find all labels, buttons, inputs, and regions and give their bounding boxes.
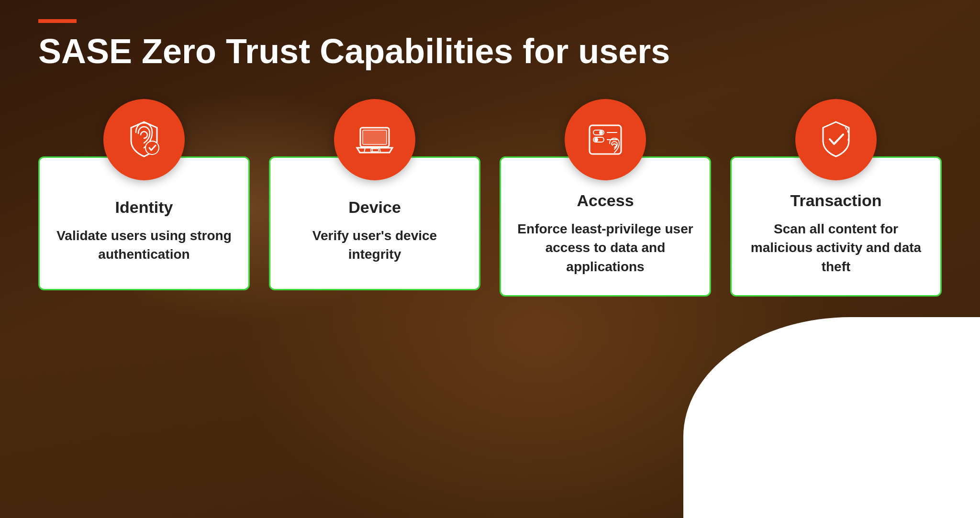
capability-identity: Identity Validate users using strong aut…	[38, 99, 250, 290]
svg-rect-2	[363, 130, 387, 144]
svg-point-0	[145, 141, 159, 154]
capability-device: Device Verify user's device integrity	[269, 99, 480, 290]
page-title: SASE Zero Trust Capabilities for users	[38, 33, 942, 70]
device-icon-circle	[334, 99, 415, 180]
access-category: Access	[577, 191, 634, 210]
cards-container: Identity Validate users using strong aut…	[38, 99, 942, 297]
laptop-icon	[353, 118, 396, 161]
page-wrapper: SASE Zero Trust Capabilities for users	[0, 0, 980, 518]
fingerprint-settings-icon	[584, 118, 627, 161]
capability-access: Access Enforce least-privilege user acce…	[500, 99, 711, 297]
device-category: Device	[348, 198, 401, 217]
accent-bar	[38, 19, 77, 23]
device-description: Verify user's device integrity	[285, 226, 465, 264]
transaction-description: Scan all content for malicious activity …	[746, 220, 926, 276]
capability-transaction: Transaction Scan all content for malicio…	[730, 99, 942, 297]
identity-category: Identity	[115, 198, 173, 217]
svg-point-9	[599, 131, 603, 134]
access-description: Enforce least-privilege user access to d…	[515, 220, 695, 276]
transaction-category: Transaction	[791, 191, 882, 210]
identity-icon-circle	[103, 99, 185, 180]
shield-check-icon	[814, 118, 858, 161]
transaction-icon-circle	[795, 99, 877, 180]
svg-point-12	[594, 138, 598, 142]
identity-description: Validate users using strong authenticati…	[54, 226, 234, 264]
fingerprint-shield-icon	[122, 118, 166, 161]
access-icon-circle	[565, 99, 646, 180]
